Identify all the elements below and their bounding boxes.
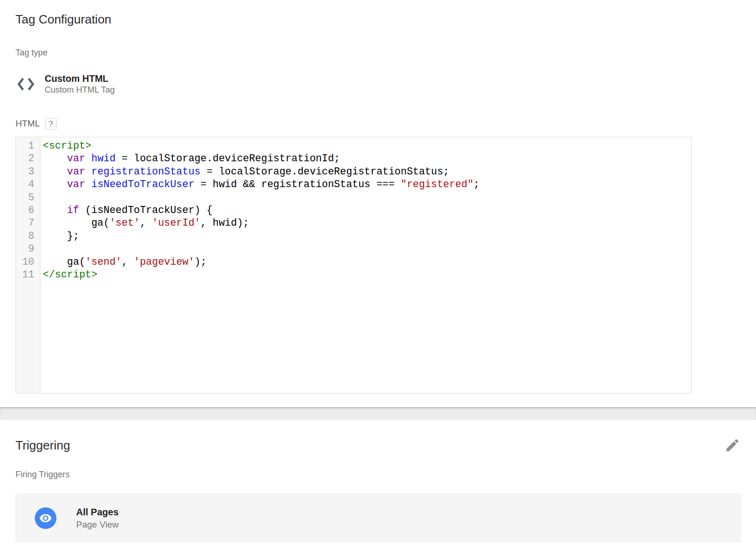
line-number: 7 [16, 217, 34, 229]
tag-type-description: Custom HTML Tag [45, 85, 115, 95]
html-code-editor[interactable]: 1234567891011 <script> var hwid = localS… [16, 137, 692, 394]
line-number: 8 [16, 230, 34, 243]
code-line: ga('send', 'pageview'); [43, 256, 691, 268]
tag-configuration-title: Tag Configuration [16, 0, 740, 27]
trigger-name: All Pages [76, 506, 119, 519]
tag-type-label: Tag type [16, 47, 740, 58]
firing-triggers-label: Firing Triggers [16, 469, 740, 480]
code-line: ga('set', 'userId', hwid); [43, 217, 691, 229]
trigger-row-all-pages[interactable]: All Pages Page View [16, 494, 740, 542]
line-number: 2 [16, 152, 34, 165]
line-number: 6 [16, 204, 34, 217]
line-number: 5 [16, 191, 34, 204]
line-number: 9 [16, 243, 34, 255]
tag-type-row[interactable]: Custom HTML Custom HTML Tag [16, 72, 740, 95]
code-line: }; [43, 230, 691, 243]
code-line: if (isNeedToTrackUser) { [43, 204, 691, 217]
line-number: 11 [16, 268, 34, 281]
line-number-gutter: 1234567891011 [16, 137, 40, 393]
code-line: <script> [43, 140, 691, 152]
code-line [43, 191, 691, 204]
tag-configuration-section: Tag Configuration Tag type Custom HTML C… [0, 0, 756, 407]
code-line: var registrationStatus = localStorage.de… [43, 166, 691, 178]
code-pane[interactable]: <script> var hwid = localStorage.deviceR… [40, 137, 691, 393]
line-number: 1 [16, 140, 34, 152]
code-line: </script> [43, 268, 691, 281]
line-number: 3 [16, 166, 34, 178]
section-divider [0, 407, 756, 420]
line-number: 4 [16, 178, 34, 191]
trigger-type: Page View [76, 519, 119, 530]
html-field-label: HTML [16, 118, 40, 130]
eye-icon [35, 507, 56, 529]
code-line: var hwid = localStorage.deviceRegistrati… [43, 152, 691, 165]
triggering-section: Triggering Firing Triggers All Pages Pag… [0, 420, 756, 552]
line-number: 10 [16, 256, 34, 268]
code-brackets-icon [16, 77, 35, 92]
tag-type-name: Custom HTML [45, 72, 115, 85]
code-line [43, 243, 691, 255]
edit-pencil-icon[interactable] [724, 437, 740, 453]
code-line: var isNeedToTrackUser = hwid && registra… [43, 178, 691, 191]
help-icon[interactable]: ? [45, 118, 57, 130]
triggering-title: Triggering [16, 437, 70, 453]
